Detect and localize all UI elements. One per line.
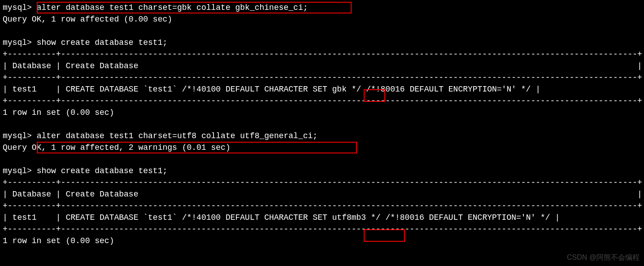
table-header-database: Database — [13, 61, 51, 70]
prompt: mysql> — [3, 38, 32, 47]
query-response: Query OK, 1 row affected (0.00 sec) — [3, 15, 172, 24]
sql-alter-utf8: alter database test1 charset=utf8 collat… — [37, 131, 318, 140]
table-header-database: Database — [13, 190, 51, 199]
table-separator: +----------+----------------------------… — [3, 201, 642, 210]
table-cell-db: test1 — [13, 85, 37, 94]
table-separator: +----------+----------------------------… — [3, 96, 642, 105]
table-header-create: Create Database — [65, 190, 138, 199]
table-separator: +----------+----------------------------… — [3, 50, 642, 59]
query-response: Query OK, 1 row affected, 2 warnings (0.… — [3, 143, 231, 152]
table-header-create: Create Database — [65, 61, 138, 70]
prompt: mysql> — [3, 131, 32, 140]
table-border: | — [637, 190, 642, 199]
terminal-output[interactable]: mysql> alter database test1 charset=gbk … — [0, 0, 644, 249]
table-cell-create-post: */ /*!80016 DEFAULT ENCRYPTION='N' */ | — [366, 213, 560, 222]
sql-show-create-1: show create database test1; — [37, 38, 168, 47]
charset-utf8mb3: utf8mb3 — [332, 213, 366, 222]
table-separator: +----------+----------------------------… — [3, 178, 642, 187]
result-footer: 1 row in set (0.00 sec) — [3, 236, 114, 245]
table-cell-create-pre: CREATE DATABASE `test1` /*!40100 DEFAULT… — [65, 213, 332, 222]
prompt: mysql> — [3, 166, 32, 175]
result-footer: 1 row in set (0.00 sec) — [3, 108, 114, 117]
table-border: | — [637, 61, 642, 70]
sql-show-create-2: show create database test1; — [37, 166, 168, 175]
sql-alter-gbk: alter database test1 charset=gbk collate… — [37, 3, 308, 12]
table-separator: +----------+----------------------------… — [3, 73, 642, 82]
table-separator: +----------+----------------------------… — [3, 225, 642, 234]
charset-gbk: gbk — [332, 85, 347, 94]
table-cell-create-post: */ /*!80016 DEFAULT ENCRYPTION='N' */ | — [347, 85, 540, 94]
table-cell-db: test1 — [13, 213, 37, 222]
prompt: mysql> — [3, 3, 32, 12]
table-cell-create-pre: CREATE DATABASE `test1` /*!40100 DEFAULT… — [65, 85, 332, 94]
